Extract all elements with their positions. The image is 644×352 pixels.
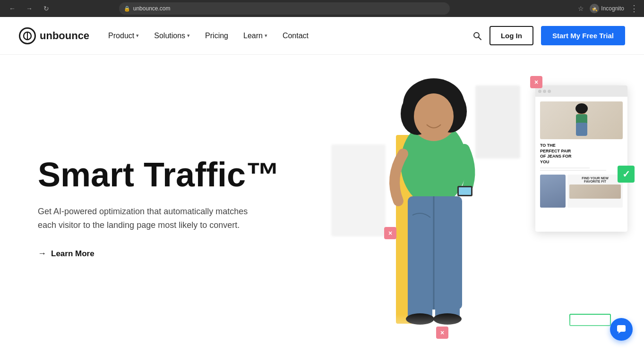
chevron-down-icon: ▾ <box>136 33 139 39</box>
arrow-icon: → <box>38 249 46 259</box>
browser-menu-button[interactable]: ⋮ <box>630 3 638 14</box>
svg-point-5 <box>409 86 458 141</box>
nav-link-solutions[interactable]: Solutions ▾ <box>154 32 190 40</box>
search-button[interactable] <box>472 31 482 41</box>
logo-icon <box>19 27 36 44</box>
x-marker-middle: × <box>384 227 396 239</box>
chat-icon <box>616 324 627 335</box>
svg-point-7 <box>401 92 434 135</box>
nav-item-solutions[interactable]: Solutions ▾ <box>154 32 190 40</box>
reload-button[interactable]: ↻ <box>40 2 53 15</box>
navbar: unbounce Product ▾ Solutions ▾ Pricing L… <box>0 17 644 55</box>
svg-point-9 <box>414 93 454 139</box>
url-text: unbounce.com <box>133 5 171 12</box>
person-figure <box>361 69 512 352</box>
browser-chrome: ← → ↻ 🔒 unbounce.com ☆ 🕵 Incognito ⋮ <box>0 0 644 17</box>
address-bar[interactable]: 🔒 unbounce.com <box>119 2 450 15</box>
svg-point-19 <box>575 103 588 114</box>
blurred-card-top <box>475 85 520 159</box>
hero-visual-area: TO THEPERFECT PAIROF JEANS FORYOU FIND Y… <box>323 55 644 352</box>
nav-item-pricing[interactable]: Pricing <box>205 32 228 40</box>
logo-link[interactable]: unbounce <box>19 27 89 44</box>
landing-page-card-main: TO THEPERFECT PAIROF JEANS FORYOU FIND Y… <box>535 85 627 232</box>
nav-link-pricing[interactable]: Pricing <box>205 32 228 40</box>
learn-more-label: Learn More <box>51 249 94 259</box>
svg-rect-20 <box>576 114 587 125</box>
search-icon <box>472 31 482 41</box>
svg-rect-10 <box>457 186 472 196</box>
person-svg <box>361 69 502 347</box>
learn-more-link[interactable]: → Learn More <box>38 249 280 259</box>
blurred-card-left <box>331 144 386 236</box>
outline-card <box>569 314 611 326</box>
nav-link-contact[interactable]: Contact <box>283 32 309 40</box>
svg-marker-23 <box>618 332 621 334</box>
incognito-icon: 🕵 <box>590 4 599 13</box>
incognito-indicator: 🕵 Incognito <box>590 4 624 13</box>
nav-item-contact[interactable]: Contact <box>283 32 309 40</box>
svg-rect-15 <box>435 258 460 319</box>
nav-item-product[interactable]: Product ▾ <box>108 32 139 40</box>
bookmark-icon[interactable]: ☆ <box>578 5 584 12</box>
svg-rect-11 <box>459 187 471 195</box>
svg-point-6 <box>403 78 464 130</box>
chevron-down-icon: ▾ <box>265 33 267 39</box>
hero-description: Get AI-powered optimization that automat… <box>38 205 265 232</box>
trial-button[interactable]: Start My Free Trial <box>541 26 625 45</box>
lock-icon: 🔒 <box>124 6 130 12</box>
navbar-right: Log In Start My Free Trial <box>472 26 625 45</box>
svg-rect-14 <box>408 258 432 319</box>
svg-rect-12 <box>408 196 462 310</box>
svg-rect-21 <box>576 123 587 136</box>
x-marker-top: × <box>530 76 542 88</box>
hero-fade-overlay <box>323 314 644 352</box>
check-marker: ✓ <box>618 166 635 183</box>
svg-point-16 <box>406 313 434 325</box>
hero-section: Smart Traffic™ Get AI-powered optimizati… <box>0 55 644 352</box>
nav-links: Product ▾ Solutions ▾ Pricing Learn ▾ Co… <box>108 32 309 40</box>
svg-point-4 <box>401 121 467 206</box>
hero-illustration: TO THEPERFECT PAIROF JEANS FORYOU FIND Y… <box>323 55 644 352</box>
nav-link-product[interactable]: Product ▾ <box>108 32 139 40</box>
svg-point-17 <box>433 313 462 325</box>
yellow-accent-bar <box>396 135 427 324</box>
svg-point-18 <box>577 104 586 116</box>
chat-button[interactable] <box>610 318 633 341</box>
hero-title: Smart Traffic™ <box>38 158 280 192</box>
login-button[interactable]: Log In <box>489 26 533 45</box>
nav-item-learn[interactable]: Learn ▾ <box>243 32 267 40</box>
logo-text: unbounce <box>40 30 89 42</box>
chevron-down-icon: ▾ <box>187 33 190 39</box>
hero-content: Smart Traffic™ Get AI-powered optimizati… <box>38 158 280 259</box>
x-marker-bottom: × <box>436 327 448 339</box>
back-button[interactable]: ← <box>6 2 19 15</box>
browser-right-controls: ☆ 🕵 Incognito ⋮ <box>578 3 638 14</box>
forward-button[interactable]: → <box>23 2 36 15</box>
nav-link-learn[interactable]: Learn ▾ <box>243 32 267 40</box>
svg-line-3 <box>478 37 481 40</box>
svg-rect-22 <box>617 325 626 332</box>
svg-point-8 <box>434 90 467 133</box>
